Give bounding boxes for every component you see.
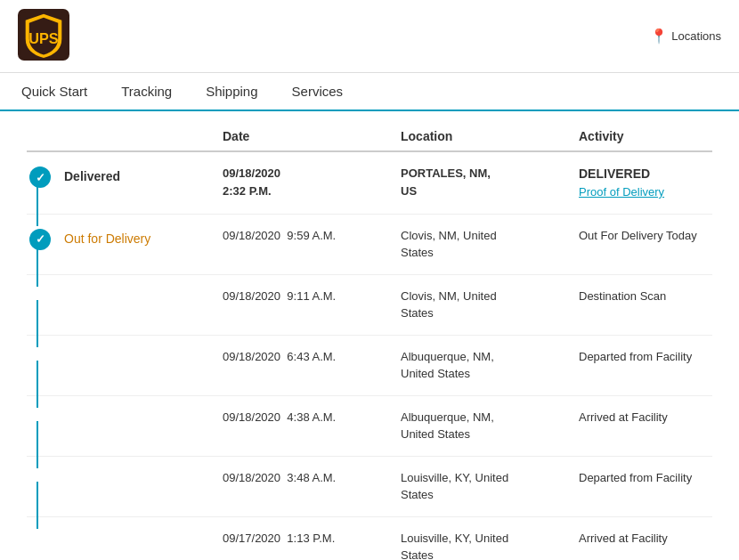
nav-item-quick-start[interactable]: Quick Start	[18, 73, 91, 110]
activity-arrived-2: Arrived at Facility	[579, 530, 712, 548]
table-row: ✓ Delivered 09/18/2020 2:32 P.M. PORTALE…	[27, 152, 712, 215]
timeline-dot-out-delivery: ✓	[29, 229, 51, 250]
nav-item-services[interactable]: Services	[288, 73, 347, 110]
date-delivered: 09/18/2020 2:32 P.M.	[223, 165, 401, 199]
timeline-arrived-1	[27, 410, 53, 432]
main-nav: Quick Start Tracking Shipping Services	[0, 73, 739, 111]
timeline-departed-1	[27, 350, 53, 371]
table-row: 09/18/2020 4:38 A.M. Albuquerque, NM, Un…	[27, 396, 712, 457]
activity-departed-2: Departed from Facility	[579, 469, 712, 487]
status-col-out-delivery: ✓ Out for Delivery	[27, 227, 223, 250]
date-departed-1: 09/18/2020 6:43 A.M.	[223, 348, 401, 366]
table-row: 09/18/2020 6:43 A.M. Albuquerque, NM, Un…	[27, 336, 712, 396]
activity-dest-scan: Destination Scan	[579, 288, 712, 305]
location-out-delivery: Clovis, NM, United States	[401, 227, 579, 262]
activity-title-delivered: DELIVERED	[579, 165, 712, 183]
table-row: 09/18/2020 9:11 A.M. Clovis, NM, United …	[27, 275, 712, 336]
status-col-departed-1	[27, 348, 223, 371]
activity-delivered: DELIVERED Proof of Delivery	[579, 165, 712, 201]
timeline-empty-dot	[29, 410, 51, 432]
table-rows: ✓ Delivered 09/18/2020 2:32 P.M. PORTALE…	[27, 152, 712, 560]
date-out-delivery: 09/18/2020 9:59 A.M.	[223, 227, 401, 245]
timeline-dest-scan	[27, 289, 53, 311]
ups-logo: UPS	[18, 9, 69, 63]
pin-icon: 📍	[650, 28, 668, 45]
status-col-departed-2	[27, 469, 223, 492]
table-header: Date Location Activity	[27, 120, 712, 152]
date-arrived-2: 09/17/2020 1:13 P.M.	[223, 530, 401, 548]
location-arrived-2: Louisville, KY, United States	[401, 530, 579, 561]
timeline-empty-dot	[29, 471, 51, 492]
status-col-delivered: ✓ Delivered	[27, 165, 223, 188]
col-header-location: Location	[401, 129, 579, 143]
status-col-dest-scan	[27, 288, 223, 311]
timeline-empty-dot	[29, 350, 51, 371]
activity-out-delivery: Out For Delivery Today	[579, 227, 712, 245]
activity-departed-1: Departed from Facility	[579, 348, 712, 366]
proof-of-delivery-link[interactable]: Proof of Delivery	[579, 185, 664, 199]
timeline-out-delivery: ✓	[27, 229, 53, 250]
status-col-arrived-1	[27, 409, 223, 432]
tracking-table: Date Location Activity ✓ Delivered 09/18…	[0, 111, 739, 560]
status-label-delivered: Delivered	[64, 166, 120, 183]
table-row: 09/17/2020 1:13 P.M. Louisville, KY, Uni…	[27, 517, 712, 561]
timeline-empty-dot	[29, 289, 51, 311]
status-label-out-delivery: Out for Delivery	[64, 229, 150, 246]
table-row: 09/18/2020 3:48 A.M. Louisville, KY, Uni…	[27, 457, 712, 517]
timeline-dot-delivered: ✓	[29, 166, 51, 188]
location-departed-1: Albuquerque, NM, United States	[401, 348, 579, 383]
locations-link[interactable]: 📍 Locations	[650, 28, 721, 45]
locations-label: Locations	[671, 29, 721, 43]
location-delivered: PORTALES, NM, US	[401, 165, 579, 199]
date-arrived-1: 09/18/2020 4:38 A.M.	[223, 409, 401, 426]
nav-item-shipping[interactable]: Shipping	[202, 73, 261, 110]
location-arrived-1: Albuquerque, NM, United States	[401, 409, 579, 443]
col-header-date: Date	[223, 129, 401, 143]
timeline-empty-dot	[29, 532, 51, 553]
timeline-arrived-2	[27, 532, 53, 553]
location-departed-2: Louisville, KY, United States	[401, 469, 579, 504]
svg-text:UPS: UPS	[28, 30, 59, 46]
status-col-arrived-2	[27, 530, 223, 553]
timeline-departed-2	[27, 471, 53, 492]
timeline-delivered: ✓	[27, 166, 53, 188]
table-row: ✓ Out for Delivery 09/18/2020 9:59 A.M. …	[27, 215, 712, 275]
col-header-activity: Activity	[579, 129, 712, 143]
date-dest-scan: 09/18/2020 9:11 A.M.	[223, 288, 401, 305]
nav-item-tracking[interactable]: Tracking	[118, 73, 175, 110]
location-dest-scan: Clovis, NM, United States	[401, 288, 579, 322]
date-departed-2: 09/18/2020 3:48 A.M.	[223, 469, 401, 487]
activity-arrived-1: Arrived at Facility	[579, 409, 712, 426]
header: UPS 📍 Locations	[0, 0, 739, 73]
col-header-status	[27, 129, 223, 143]
